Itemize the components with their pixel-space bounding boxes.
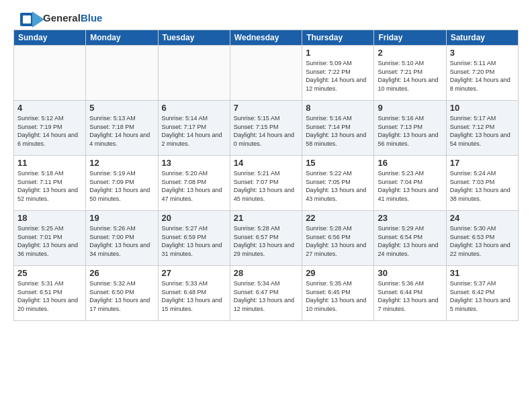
table-row: 15 Sunrise: 5:22 AM Sunset: 7:05 PM Dayl… bbox=[302, 156, 374, 211]
col-thursday: Thursday bbox=[302, 30, 374, 46]
day-number: 17 bbox=[450, 158, 515, 168]
table-row: 16 Sunrise: 5:23 AM Sunset: 7:04 PM Dayl… bbox=[374, 156, 446, 211]
day-info: Sunrise: 5:37 AM Sunset: 6:42 PM Dayligh… bbox=[450, 279, 515, 313]
day-info: Sunrise: 5:34 AM Sunset: 6:47 PM Dayligh… bbox=[234, 279, 298, 313]
day-number: 28 bbox=[234, 268, 298, 278]
day-number: 15 bbox=[306, 158, 370, 168]
table-row bbox=[158, 46, 230, 101]
table-row: 4 Sunrise: 5:12 AM Sunset: 7:19 PM Dayli… bbox=[14, 101, 86, 156]
table-row: 31 Sunrise: 5:37 AM Sunset: 6:42 PM Dayl… bbox=[446, 266, 518, 321]
col-tuesday: Tuesday bbox=[158, 30, 230, 46]
table-row: 30 Sunrise: 5:36 AM Sunset: 6:44 PM Dayl… bbox=[374, 266, 446, 321]
page-header: GeneralBlue bbox=[7, 3, 525, 30]
table-row: 3 Sunrise: 5:11 AM Sunset: 7:20 PM Dayli… bbox=[446, 46, 518, 101]
day-number: 12 bbox=[89, 158, 154, 168]
day-info: Sunrise: 5:31 AM Sunset: 6:51 PM Dayligh… bbox=[17, 279, 82, 313]
day-info: Sunrise: 5:16 AM Sunset: 7:13 PM Dayligh… bbox=[378, 114, 442, 148]
day-number: 26 bbox=[89, 268, 154, 278]
calendar-week-row: 18 Sunrise: 5:25 AM Sunset: 7:01 PM Dayl… bbox=[14, 211, 519, 266]
table-row bbox=[230, 46, 302, 101]
table-row: 11 Sunrise: 5:18 AM Sunset: 7:11 PM Dayl… bbox=[14, 156, 86, 211]
day-number: 4 bbox=[17, 103, 82, 113]
table-row: 26 Sunrise: 5:32 AM Sunset: 6:50 PM Dayl… bbox=[86, 266, 158, 321]
col-wednesday: Wednesday bbox=[230, 30, 302, 46]
table-row: 28 Sunrise: 5:34 AM Sunset: 6:47 PM Dayl… bbox=[230, 266, 302, 321]
logo-text: GeneralBlue bbox=[43, 13, 102, 24]
day-number: 6 bbox=[162, 103, 226, 113]
day-info: Sunrise: 5:20 AM Sunset: 7:08 PM Dayligh… bbox=[162, 169, 226, 203]
table-row: 12 Sunrise: 5:19 AM Sunset: 7:09 PM Dayl… bbox=[86, 156, 158, 211]
table-row: 29 Sunrise: 5:35 AM Sunset: 6:45 PM Dayl… bbox=[302, 266, 374, 321]
table-row: 18 Sunrise: 5:25 AM Sunset: 7:01 PM Dayl… bbox=[14, 211, 86, 266]
calendar-week-row: 11 Sunrise: 5:18 AM Sunset: 7:11 PM Dayl… bbox=[14, 156, 519, 211]
day-number: 21 bbox=[234, 213, 298, 223]
day-info: Sunrise: 5:29 AM Sunset: 6:54 PM Dayligh… bbox=[378, 224, 442, 258]
calendar-table: Sunday Monday Tuesday Wednesday Thursday… bbox=[13, 30, 519, 321]
table-row: 20 Sunrise: 5:27 AM Sunset: 6:59 PM Dayl… bbox=[158, 211, 230, 266]
calendar-week-row: 1 Sunrise: 5:09 AM Sunset: 7:22 PM Dayli… bbox=[14, 46, 519, 101]
day-number: 30 bbox=[378, 268, 442, 278]
day-info: Sunrise: 5:16 AM Sunset: 7:14 PM Dayligh… bbox=[306, 114, 370, 148]
day-number: 5 bbox=[89, 103, 154, 113]
day-info: Sunrise: 5:19 AM Sunset: 7:09 PM Dayligh… bbox=[89, 169, 154, 203]
col-sunday: Sunday bbox=[14, 30, 86, 46]
logo: GeneralBlue bbox=[20, 10, 102, 26]
day-info: Sunrise: 5:28 AM Sunset: 6:57 PM Dayligh… bbox=[234, 224, 298, 258]
page-wrapper: GeneralBlue Sunday Monday Tuesday Wednes… bbox=[0, 0, 532, 324]
day-info: Sunrise: 5:18 AM Sunset: 7:11 PM Dayligh… bbox=[17, 169, 82, 203]
day-number: 9 bbox=[378, 103, 442, 113]
day-number: 31 bbox=[450, 268, 515, 278]
table-row: 9 Sunrise: 5:16 AM Sunset: 7:13 PM Dayli… bbox=[374, 101, 446, 156]
day-info: Sunrise: 5:13 AM Sunset: 7:18 PM Dayligh… bbox=[89, 114, 154, 148]
day-info: Sunrise: 5:14 AM Sunset: 7:17 PM Dayligh… bbox=[162, 114, 226, 148]
day-number: 16 bbox=[378, 158, 442, 168]
table-row: 8 Sunrise: 5:16 AM Sunset: 7:14 PM Dayli… bbox=[302, 101, 374, 156]
day-info: Sunrise: 5:12 AM Sunset: 7:19 PM Dayligh… bbox=[17, 114, 82, 148]
day-info: Sunrise: 5:22 AM Sunset: 7:05 PM Dayligh… bbox=[306, 169, 370, 203]
day-number: 18 bbox=[17, 213, 82, 223]
day-info: Sunrise: 5:33 AM Sunset: 6:48 PM Dayligh… bbox=[162, 279, 226, 313]
calendar-week-row: 4 Sunrise: 5:12 AM Sunset: 7:19 PM Dayli… bbox=[14, 101, 519, 156]
table-row: 27 Sunrise: 5:33 AM Sunset: 6:48 PM Dayl… bbox=[158, 266, 230, 321]
day-number: 2 bbox=[378, 48, 442, 58]
table-row: 21 Sunrise: 5:28 AM Sunset: 6:57 PM Dayl… bbox=[230, 211, 302, 266]
day-number: 22 bbox=[306, 213, 370, 223]
day-info: Sunrise: 5:15 AM Sunset: 7:15 PM Dayligh… bbox=[234, 114, 298, 148]
col-saturday: Saturday bbox=[446, 30, 518, 46]
calendar-header-row: Sunday Monday Tuesday Wednesday Thursday… bbox=[14, 30, 519, 46]
table-row: 5 Sunrise: 5:13 AM Sunset: 7:18 PM Dayli… bbox=[86, 101, 158, 156]
day-number: 11 bbox=[17, 158, 82, 168]
table-row: 19 Sunrise: 5:26 AM Sunset: 7:00 PM Dayl… bbox=[86, 211, 158, 266]
day-info: Sunrise: 5:28 AM Sunset: 6:56 PM Dayligh… bbox=[306, 224, 370, 258]
day-number: 19 bbox=[89, 213, 154, 223]
day-number: 10 bbox=[450, 103, 515, 113]
day-number: 14 bbox=[234, 158, 298, 168]
day-info: Sunrise: 5:11 AM Sunset: 7:20 PM Dayligh… bbox=[450, 59, 515, 93]
table-row: 7 Sunrise: 5:15 AM Sunset: 7:15 PM Dayli… bbox=[230, 101, 302, 156]
table-row: 14 Sunrise: 5:21 AM Sunset: 7:07 PM Dayl… bbox=[230, 156, 302, 211]
day-number: 7 bbox=[234, 103, 298, 113]
day-info: Sunrise: 5:32 AM Sunset: 6:50 PM Dayligh… bbox=[89, 279, 154, 313]
table-row: 24 Sunrise: 5:30 AM Sunset: 6:53 PM Dayl… bbox=[446, 211, 518, 266]
day-number: 23 bbox=[378, 213, 442, 223]
calendar-week-row: 25 Sunrise: 5:31 AM Sunset: 6:51 PM Dayl… bbox=[14, 266, 519, 321]
day-number: 13 bbox=[162, 158, 226, 168]
svg-marker-1 bbox=[32, 11, 44, 28]
day-number: 27 bbox=[162, 268, 226, 278]
day-info: Sunrise: 5:25 AM Sunset: 7:01 PM Dayligh… bbox=[17, 224, 82, 258]
day-info: Sunrise: 5:10 AM Sunset: 7:21 PM Dayligh… bbox=[378, 59, 442, 93]
day-info: Sunrise: 5:24 AM Sunset: 7:03 PM Dayligh… bbox=[450, 169, 515, 203]
day-info: Sunrise: 5:21 AM Sunset: 7:07 PM Dayligh… bbox=[234, 169, 298, 203]
day-number: 25 bbox=[17, 268, 82, 278]
day-info: Sunrise: 5:17 AM Sunset: 7:12 PM Dayligh… bbox=[450, 114, 515, 148]
day-info: Sunrise: 5:09 AM Sunset: 7:22 PM Dayligh… bbox=[306, 59, 370, 93]
day-number: 20 bbox=[162, 213, 226, 223]
day-number: 24 bbox=[450, 213, 515, 223]
day-info: Sunrise: 5:23 AM Sunset: 7:04 PM Dayligh… bbox=[378, 169, 442, 203]
day-number: 8 bbox=[306, 103, 370, 113]
table-row: 17 Sunrise: 5:24 AM Sunset: 7:03 PM Dayl… bbox=[446, 156, 518, 211]
day-number: 29 bbox=[306, 268, 370, 278]
logo-icon bbox=[20, 10, 40, 26]
day-info: Sunrise: 5:30 AM Sunset: 6:53 PM Dayligh… bbox=[450, 224, 515, 258]
day-info: Sunrise: 5:36 AM Sunset: 6:44 PM Dayligh… bbox=[378, 279, 442, 313]
